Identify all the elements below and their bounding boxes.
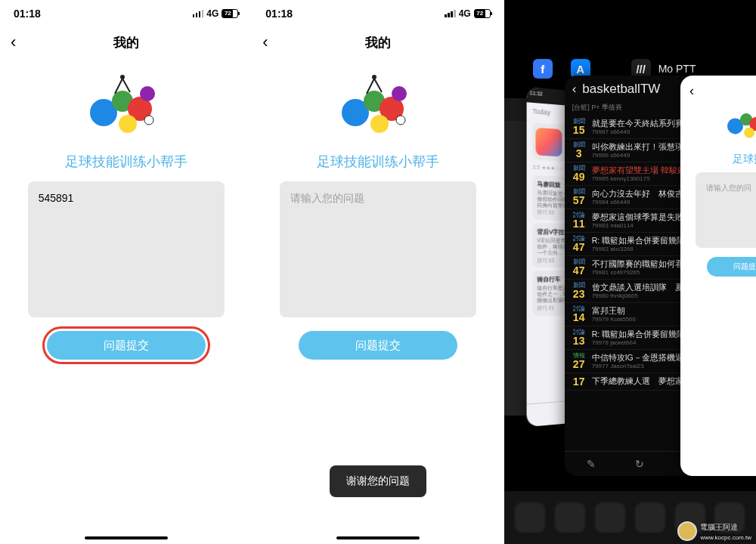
post-tag: 新聞57 <box>571 189 587 206</box>
status-bar: 01:18 4G 72 <box>0 0 252 27</box>
page-title: 我的 <box>113 34 139 51</box>
svg-point-11 <box>392 86 407 101</box>
svg-point-5 <box>120 75 125 79</box>
toast: 谢谢您的问题 <box>330 465 426 497</box>
post-tag: 新聞15 <box>571 119 587 135</box>
screenshot-3-app-switcher: f A /// Mo PTT fa 11:32••• Today 足球技能训练…… <box>504 0 756 544</box>
submit-button[interactable]: 问题提交 <box>707 257 756 277</box>
svg-point-4 <box>140 86 155 101</box>
status-right: 4G 72 <box>193 8 239 19</box>
watermark: 電腦王阿達 www.kocpc.com.tw <box>677 521 751 541</box>
question-input[interactable]: 请输入您的问 <box>696 172 756 248</box>
watermark-logo <box>677 521 697 541</box>
moptt-label: Mo PTT <box>658 63 696 75</box>
home-indicator[interactable] <box>85 536 168 539</box>
post-tag: 17 <box>571 376 587 387</box>
dock-app[interactable] <box>595 502 625 533</box>
app-logo <box>333 71 423 147</box>
svg-point-6 <box>144 116 153 125</box>
card-football-app[interactable]: ‹ 足球技 请输入您的问 问题提交 <box>680 76 756 476</box>
board-name: basketballTW <box>582 82 660 97</box>
status-time: 01:18 <box>265 8 293 20</box>
app-name: 足球技能训练小帮手 <box>317 153 439 171</box>
post-tag: 新聞23 <box>571 283 587 299</box>
network-label: 4G <box>206 8 218 19</box>
screenshot-2: 01:18 4G 72 ‹ 我的 足球技能训练小帮手 请输入您的问题 问题提交 … <box>252 0 503 544</box>
post-tag: 新聞3 <box>571 142 587 159</box>
battery-icon: 72 <box>222 9 238 18</box>
svg-point-17 <box>744 128 754 138</box>
post-tag: 討論14 <box>571 306 587 323</box>
app-logo <box>81 71 172 147</box>
status-bar: 01:18 4G 72 <box>252 0 503 27</box>
submit-button[interactable]: 问题提交 <box>47 331 206 360</box>
status-time: 01:18 <box>14 8 41 20</box>
signal-icon <box>445 10 456 17</box>
battery-icon: 72 <box>474 9 491 18</box>
network-label: 4G <box>459 8 471 19</box>
facebook-icon[interactable]: f <box>533 59 553 79</box>
header: ‹ 我的 <box>252 27 503 57</box>
dock-app[interactable] <box>635 502 665 533</box>
header: ‹ 我的 <box>0 27 252 57</box>
svg-point-12 <box>372 75 376 79</box>
post-tag: 新聞47 <box>571 259 587 276</box>
signal-icon <box>193 10 204 17</box>
back-icon[interactable]: ‹ <box>572 82 577 97</box>
svg-point-10 <box>370 115 389 133</box>
question-input[interactable]: 545891 <box>28 181 225 317</box>
submit-button[interactable]: 问题提交 <box>299 331 457 360</box>
screenshot-1: 01:18 4G 72 ‹ 我的 足球技能训练小帮手 545891 问题提交 <box>0 0 252 544</box>
compose-icon[interactable]: ✎ <box>587 458 596 470</box>
post-tag: 討論13 <box>571 329 587 346</box>
app-logo <box>722 101 756 147</box>
app-name: 足球技能训练小帮手 <box>65 153 187 171</box>
post-tag: 新聞49 <box>571 165 587 182</box>
page-title: 我的 <box>365 34 391 51</box>
svg-point-13 <box>396 116 405 125</box>
post-tag: 討論47 <box>571 236 587 252</box>
back-button[interactable]: ‹ <box>262 32 268 52</box>
post-tag: 討論11 <box>571 212 587 229</box>
home-indicator[interactable] <box>336 536 420 539</box>
svg-point-3 <box>119 115 137 133</box>
back-button[interactable]: ‹ <box>689 83 694 99</box>
refresh-icon[interactable]: ↻ <box>635 458 644 470</box>
dock-app[interactable] <box>555 502 585 533</box>
featured-app-icon <box>535 128 562 157</box>
dock-app[interactable] <box>515 502 545 533</box>
status-right: 4G 72 <box>445 8 491 19</box>
back-button[interactable]: ‹ <box>11 32 16 52</box>
post-tag: 情報27 <box>571 353 587 369</box>
app-name: 足球技 <box>733 153 756 166</box>
question-input[interactable]: 请输入您的问题 <box>280 181 476 317</box>
